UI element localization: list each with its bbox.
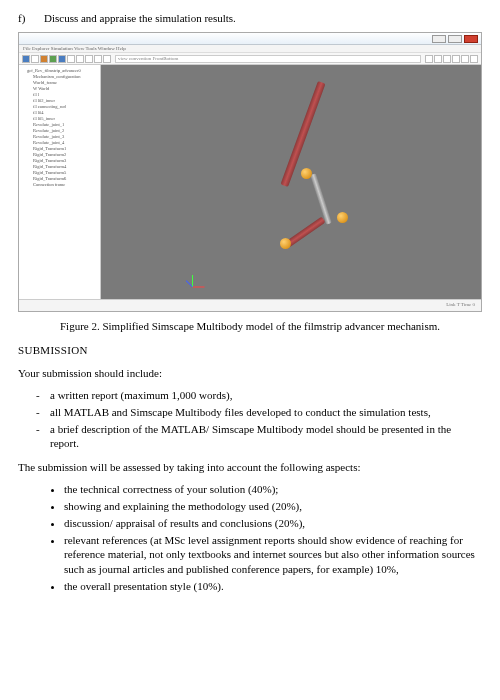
maximize-icon — [448, 35, 462, 43]
list-item: the overall presentation style (10%). — [64, 578, 482, 595]
figure-caption: Figure 2. Simplified Simscape Multibody … — [18, 320, 482, 332]
submission-list: a written report (maximum 1,000 words),a… — [18, 387, 482, 452]
toolbar-icon — [58, 55, 66, 63]
assessment-list: the technical correctness of your soluti… — [18, 481, 482, 595]
question-f: f) Discuss and appraise the simulation r… — [18, 12, 482, 24]
list-item: discussion/ appraisal of results and con… — [64, 515, 482, 532]
toolbar-icon — [103, 55, 111, 63]
joint-icon — [337, 212, 348, 223]
question-letter: f) — [18, 12, 34, 24]
toolbar-icon — [434, 55, 442, 63]
submission-heading: SUBMISSION — [18, 344, 482, 356]
question-text: Discuss and appraise the simulation resu… — [44, 12, 236, 24]
viewport-3d — [101, 65, 481, 299]
joint-icon — [280, 238, 291, 249]
toolbar-icon — [461, 55, 469, 63]
menubar: File Explorer Simulation View Tools Wind… — [19, 45, 481, 53]
list-item: all MATLAB and Simscape Multibody files … — [50, 404, 482, 421]
window-titlebar — [19, 33, 481, 45]
list-item: a brief description of the MATLAB/ Simsc… — [50, 421, 482, 453]
assessment-intro: The submission will be assessed by takin… — [18, 460, 482, 475]
submission-intro: Your submission should include: — [18, 366, 482, 381]
model-tree: gcf_Rev_filmstrip_advancer0 Mechanism_co… — [19, 65, 101, 299]
status-bar: Link T Time 0 — [19, 299, 481, 311]
close-icon — [464, 35, 478, 43]
list-item: relevant references (at MSc level assign… — [64, 532, 482, 579]
toolbar-field: view convention FrontBottom — [115, 55, 421, 63]
toolbar-icon — [94, 55, 102, 63]
toolbar-icon — [452, 55, 460, 63]
list-item: showing and explaining the methodology u… — [64, 498, 482, 515]
list-item: a written report (maximum 1,000 words), — [50, 387, 482, 404]
toolbar-icon — [22, 55, 30, 63]
toolbar-icon — [49, 55, 57, 63]
simscape-screenshot: File Explorer Simulation View Tools Wind… — [18, 32, 482, 312]
toolbar-icon — [76, 55, 84, 63]
tree-item: Connection frame — [21, 181, 98, 187]
toolbar-icon — [40, 55, 48, 63]
axes-triad-icon — [192, 267, 212, 287]
joint-icon — [301, 168, 312, 179]
toolbar-icon — [31, 55, 39, 63]
toolbar-icon — [425, 55, 433, 63]
minimize-icon — [432, 35, 446, 43]
toolbar-icon — [67, 55, 75, 63]
toolbar-icon — [443, 55, 451, 63]
toolbar-icon — [470, 55, 478, 63]
link-lower — [286, 217, 326, 248]
toolbar: view convention FrontBottom — [19, 53, 481, 65]
x-axis-icon — [193, 287, 205, 288]
list-item: the technical correctness of your soluti… — [64, 481, 482, 498]
toolbar-icon — [85, 55, 93, 63]
app-body: gcf_Rev_filmstrip_advancer0 Mechanism_co… — [19, 65, 481, 299]
